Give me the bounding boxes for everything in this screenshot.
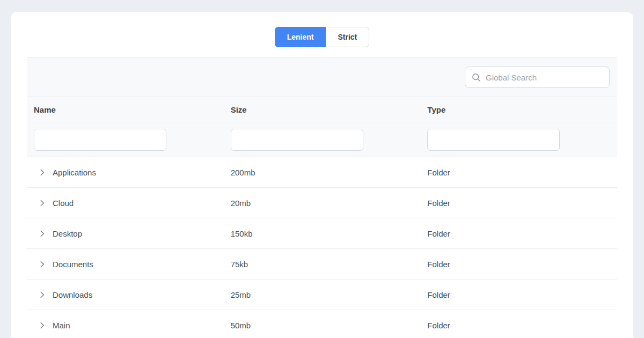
mode-toggle: Lenient Strict (11, 12, 633, 57)
filter-cell-name (27, 122, 224, 157)
search-icon (472, 73, 481, 82)
mode-toggle-group: Lenient Strict (275, 27, 370, 47)
name-cell: Applications (27, 157, 224, 187)
filter-cell-type (420, 122, 617, 157)
name-cell: Documents (27, 249, 224, 279)
file-name: Applications (53, 168, 96, 177)
file-browser-card: Lenient Strict Name Size Type (11, 12, 633, 338)
table-row[interactable]: Documents 75kb Folder (27, 249, 617, 280)
file-name: Downloads (53, 290, 92, 299)
global-search-input[interactable] (486, 73, 603, 82)
file-size: 50mb (224, 310, 421, 338)
lenient-toggle-button[interactable]: Lenient (275, 27, 326, 47)
file-type: Folder (420, 310, 617, 338)
chevron-right-icon[interactable] (38, 168, 46, 177)
chevron-right-icon[interactable] (38, 290, 46, 299)
file-size: 75kb (224, 249, 421, 279)
table-header-row: Name Size Type (27, 97, 617, 122)
file-type: Folder (420, 249, 617, 279)
file-name: Documents (53, 260, 93, 269)
chevron-right-icon[interactable] (38, 229, 46, 238)
file-type: Folder (420, 218, 617, 248)
global-search-box[interactable] (465, 67, 610, 88)
name-cell: Main (27, 310, 224, 338)
table-row[interactable]: Applications 200mb Folder (27, 157, 617, 188)
name-cell: Cloud (27, 188, 224, 218)
file-type: Folder (420, 280, 617, 310)
file-size: 150kb (224, 218, 421, 248)
table-row[interactable]: Main 50mb Folder (27, 310, 617, 338)
table-body: Applications 200mb Folder Cloud 20mb Fol… (27, 157, 617, 338)
table-filter-row (27, 122, 617, 157)
file-type: Folder (420, 157, 617, 187)
size-filter-input[interactable] (231, 129, 363, 151)
column-header-size[interactable]: Size (224, 97, 421, 122)
name-cell: Downloads (27, 280, 224, 310)
column-header-type[interactable]: Type (420, 97, 617, 122)
column-header-name[interactable]: Name (27, 97, 224, 122)
name-filter-input[interactable] (34, 129, 166, 151)
table-row[interactable]: Desktop 150kb Folder (27, 218, 617, 249)
chevron-right-icon[interactable] (38, 199, 46, 207)
strict-toggle-button[interactable]: Strict (326, 27, 369, 47)
file-name: Cloud (53, 199, 74, 208)
table-row[interactable]: Downloads 25mb Folder (27, 280, 617, 310)
file-type: Folder (420, 188, 617, 218)
name-cell: Desktop (27, 218, 224, 248)
type-filter-input[interactable] (427, 129, 560, 151)
file-name: Desktop (53, 229, 82, 238)
table-toolbar (27, 57, 617, 97)
table-row[interactable]: Cloud 20mb Folder (27, 188, 617, 218)
file-size: 20mb (224, 188, 421, 218)
chevron-right-icon[interactable] (38, 260, 46, 268)
chevron-right-icon[interactable] (38, 321, 46, 329)
file-table: Name Size Type Applications 200 (27, 57, 617, 338)
file-name: Main (53, 321, 70, 330)
file-size: 200mb (224, 157, 421, 187)
file-size: 25mb (224, 280, 421, 310)
filter-cell-size (224, 122, 421, 157)
